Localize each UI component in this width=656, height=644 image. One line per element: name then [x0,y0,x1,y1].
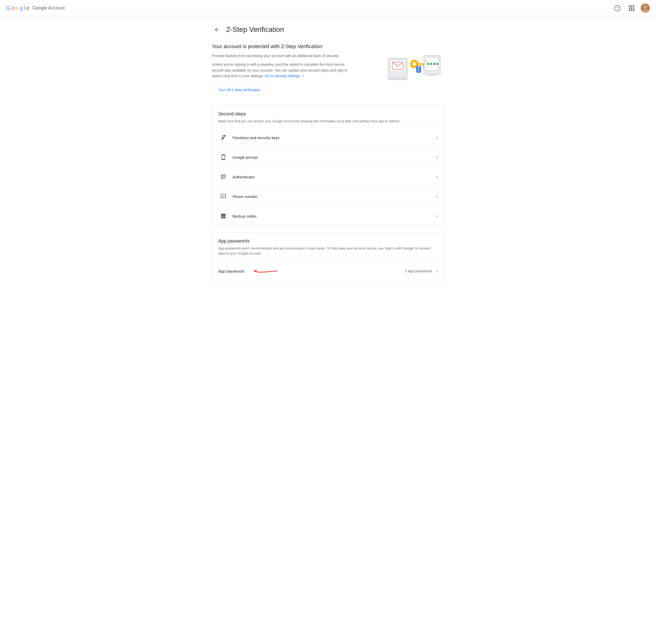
svg-point-14 [417,69,418,70]
svg-point-27 [224,196,225,197]
red-arrow-annotation [252,265,282,277]
backup-codes-chevron-icon: › [436,213,438,219]
second-steps-title: Second steps [218,111,438,117]
app-name: Google Account [32,5,65,11]
svg-point-20 [427,63,429,65]
phone-number-item[interactable]: Phone number › [212,186,444,206]
help-icon: ? [614,5,620,11]
app-header: Google Google Account ? [0,0,656,16]
hero-heading: Your account is protected with 2-Step Ve… [212,43,354,50]
app-passwords-header: App passwords App passwords aren't recom… [212,232,444,260]
second-steps-card: Second steps Make sure that you can acce… [212,105,444,226]
backup-icon: 123 [218,211,229,221]
turn-off-2sv-button[interactable]: Turn off 2-Step Verification [212,85,267,95]
header-logo-area: Google Google Account [6,5,65,12]
backup-codes-item[interactable]: 123 Backup codes › [212,206,444,226]
avatar[interactable] [641,4,650,13]
app-passwords-title: App passwords [218,238,438,244]
svg-point-15 [419,69,420,70]
svg-point-24 [224,135,226,137]
app-passwords-chevron-icon: › [436,269,438,274]
passkeys-chevron-icon: › [436,135,438,140]
hero-desc2: Unless you're signing in with a passkey,… [212,62,354,79]
sms-icon [218,191,229,202]
back-arrow-icon [214,26,220,32]
qr-icon [218,172,229,182]
app-passwords-subtitle: App passwords aren't recommended and are… [218,246,438,256]
external-link-icon: ↗ [302,74,304,79]
svg-point-8 [412,62,416,66]
help-button[interactable]: ? [612,3,623,13]
phone-icon [218,152,229,162]
grid-icon [629,5,634,11]
page-header: 2-Step Verification [212,24,444,34]
back-button[interactable] [212,24,222,34]
svg-point-13 [418,67,419,68]
google-prompt-item[interactable]: Google prompt › [212,147,444,167]
svg-rect-5 [388,77,407,79]
second-steps-header: Second steps Make sure that you can acce… [212,105,444,128]
google-logo: Google [6,5,29,12]
app-passwords-label: App passwords [218,269,244,273]
hero-section: Your account is protected with 2-Step Ve… [212,43,444,95]
app-passwords-item[interactable]: App passwords 3 App passwords › [212,260,444,282]
passkeys-label: Passkeys and security keys [233,136,436,140]
page-title: 2-Step Verification [226,25,284,33]
phone-number-label: Phone number [233,194,436,199]
svg-point-16 [418,71,419,72]
hero-desc1: Prevent hackers from accessing your acco… [212,53,354,59]
app-passwords-card: App passwords App passwords aren't recom… [212,232,444,282]
main-content: 2-Step Verification Your account is prot… [206,16,450,297]
authenticator-label: Authenticator [233,175,436,179]
backup-codes-label: Backup codes [233,214,436,218]
google-apps-button[interactable] [627,3,637,13]
svg-rect-19 [429,75,435,76]
passkey-icon [218,133,229,143]
header-actions: ? [612,3,650,13]
security-settings-link[interactable]: Go to security settings ↗ [265,74,304,78]
app-passwords-row-content: App passwords [218,265,405,277]
google-prompt-chevron-icon: › [436,155,438,160]
google-prompt-label: Google prompt [233,155,436,159]
second-steps-subtitle: Make sure that you can access your Googl… [218,119,438,124]
svg-text:123: 123 [221,215,225,217]
passkeys-item[interactable]: Passkeys and security keys › [212,128,444,147]
authenticator-chevron-icon: › [436,174,438,180]
svg-point-25 [222,196,223,197]
hero-text: Your account is protected with 2-Step Ve… [212,43,354,95]
two-factor-illustration [385,45,442,86]
svg-point-23 [436,63,438,65]
avatar-image [641,4,650,13]
svg-point-26 [223,196,224,197]
hero-illustration [383,43,444,89]
authenticator-item[interactable]: Authenticator › [212,167,444,186]
phone-number-chevron-icon: › [436,194,438,199]
svg-point-21 [430,63,432,65]
svg-point-1 [643,5,647,9]
app-passwords-count: 3 App passwords [405,269,432,273]
svg-point-22 [433,63,435,65]
